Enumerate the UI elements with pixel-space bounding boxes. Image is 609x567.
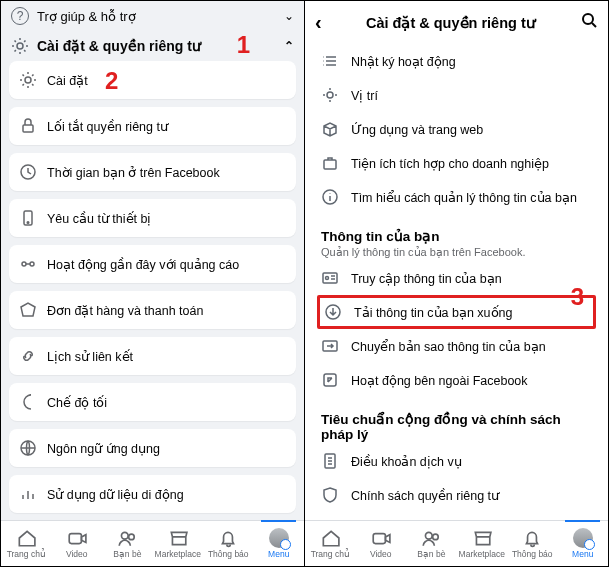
ad-icon xyxy=(19,255,37,273)
setting-row-box[interactable]: Ứng dụng và trang web xyxy=(309,112,604,146)
settings-item-globe[interactable]: Ngôn ngữ ứng dụng xyxy=(9,429,296,467)
chevron-down-icon: ⌄ xyxy=(284,9,294,23)
globe-icon xyxy=(19,439,37,457)
nav-menu[interactable]: Menu xyxy=(558,521,609,566)
clock-icon xyxy=(19,163,37,181)
nav-bell[interactable]: Thông báo xyxy=(507,521,558,566)
friends-icon xyxy=(421,528,441,548)
chevron-up-icon: ⌃ xyxy=(284,39,294,53)
row-label: Tìm hiểu cách quản lý thông tin của bạn xyxy=(351,190,577,205)
setting-row-pin[interactable]: Vị trí xyxy=(309,78,604,112)
setting-row-cookie[interactable]: Chính sách cookie xyxy=(309,512,604,520)
phone-icon xyxy=(19,209,37,227)
settings-item-ad[interactable]: Hoạt động gần đây với quảng cáo xyxy=(9,245,296,283)
nav-video[interactable]: Video xyxy=(52,521,103,566)
help-label: Trợ giúp & hỗ trợ xyxy=(37,9,136,24)
setting-row-list[interactable]: Nhật ký hoạt động xyxy=(309,44,604,78)
market-icon xyxy=(472,528,492,548)
menu-icon xyxy=(573,528,593,548)
list-icon xyxy=(321,52,339,70)
row-label: Chuyển bản sao thông tin của bạn xyxy=(351,339,546,354)
row-label: Nhật ký hoạt động xyxy=(351,54,456,69)
row-label: Hoạt động bên ngoài Facebook xyxy=(351,373,528,388)
data-icon xyxy=(19,485,37,503)
moon-icon xyxy=(19,393,37,411)
id-icon xyxy=(321,269,339,287)
nav-label: Bạn bè xyxy=(417,549,445,559)
setting-row-doc[interactable]: Điều khoản dịch vụ xyxy=(309,444,604,478)
settings-item-moon[interactable]: Chế độ tối xyxy=(9,383,296,421)
section-title: Thông tin của bạn xyxy=(321,228,592,244)
transfer-icon xyxy=(321,337,339,355)
setting-row-ext[interactable]: Hoạt động bên ngoài Facebook xyxy=(309,363,604,397)
item-label: Ngôn ngữ ứng dụng xyxy=(47,441,160,456)
nav-friends[interactable]: Bạn bè xyxy=(406,521,457,566)
gear-icon xyxy=(19,71,37,89)
market-icon xyxy=(168,528,188,548)
home-icon xyxy=(16,528,36,548)
nav-label: Thông báo xyxy=(208,549,249,559)
settings-item-phone[interactable]: Yêu cầu từ thiết bị xyxy=(9,199,296,237)
settings-list: Cài đặtLối tắt quyền riêng tưThời gian b… xyxy=(1,61,304,520)
settings-item-gear[interactable]: Cài đặt xyxy=(9,61,296,99)
item-label: Chế độ tối xyxy=(47,395,107,410)
nav-label: Thông báo xyxy=(512,549,553,559)
setting-row-transfer[interactable]: Chuyển bản sao thông tin của bạn xyxy=(309,329,604,363)
search-icon[interactable] xyxy=(580,11,598,34)
nav-market[interactable]: Marketplace xyxy=(153,521,204,566)
biz-icon xyxy=(321,154,339,172)
nav-friends[interactable]: Bạn bè xyxy=(102,521,153,566)
setting-row-biz[interactable]: Tiện ích tích hợp cho doanh nghiệp xyxy=(309,146,604,180)
nav-home[interactable]: Trang chủ xyxy=(1,521,52,566)
shield-icon xyxy=(321,486,339,504)
nav-video[interactable]: Video xyxy=(356,521,407,566)
row-label: Điều khoản dịch vụ xyxy=(351,454,462,469)
setting-row-id[interactable]: Truy cập thông tin của bạn xyxy=(309,261,604,295)
item-label: Lịch sử liên kết xyxy=(47,349,133,364)
settings-item-tag[interactable]: Đơn đặt hàng và thanh toán xyxy=(9,291,296,329)
video-icon xyxy=(67,528,87,548)
right-header: ‹ Cài đặt & quyền riêng tư xyxy=(305,1,608,44)
settings-item-lock[interactable]: Lối tắt quyền riêng tư xyxy=(9,107,296,145)
link-icon xyxy=(19,347,37,365)
row-label: Truy cập thông tin của bạn xyxy=(351,271,502,286)
page-title: Cài đặt & quyền riêng tư xyxy=(328,15,574,31)
row-label: Chính sách quyền riêng tư xyxy=(351,488,499,503)
bottom-nav-left: Trang chủVideoBạn bèMarketplaceThông báo… xyxy=(1,520,304,566)
ext-icon xyxy=(321,371,339,389)
item-label: Yêu cầu từ thiết bị xyxy=(47,211,151,226)
nav-label: Video xyxy=(66,549,88,559)
settings-item-link[interactable]: Lịch sử liên kết xyxy=(9,337,296,375)
settings-privacy-row[interactable]: Cài đặt & quyền riêng tư ⌃ xyxy=(1,31,304,61)
pin-icon xyxy=(321,86,339,104)
item-label: Hoạt động gần đây với quảng cáo xyxy=(47,257,239,272)
item-label: Thời gian bạn ở trên Facebook xyxy=(47,165,220,180)
help-icon: ? xyxy=(11,7,29,25)
back-icon[interactable]: ‹ xyxy=(315,11,322,34)
settings-item-data[interactable]: Sử dụng dữ liệu di động xyxy=(9,475,296,513)
nav-label: Bạn bè xyxy=(113,549,141,559)
bottom-nav-right: Trang chủVideoBạn bèMarketplaceThông báo… xyxy=(305,520,608,566)
bell-icon xyxy=(218,528,238,548)
section-policies: Tiêu chuẩn cộng đồng và chính sách pháp … xyxy=(309,405,604,444)
setting-row-info[interactable]: Tìm hiểu cách quản lý thông tin của bạn xyxy=(309,180,604,214)
right-list: Nhật ký hoạt độngVị tríỨng dụng và trang… xyxy=(305,44,608,520)
nav-menu[interactable]: Menu xyxy=(254,521,305,566)
nav-market[interactable]: Marketplace xyxy=(457,521,508,566)
help-support-row[interactable]: ? Trợ giúp & hỗ trợ ⌄ xyxy=(1,1,304,31)
nav-home[interactable]: Trang chủ xyxy=(305,521,356,566)
doc-icon xyxy=(321,452,339,470)
download-icon xyxy=(324,303,342,321)
video-icon xyxy=(371,528,391,548)
friends-icon xyxy=(117,528,137,548)
settings-item-clock[interactable]: Thời gian bạn ở trên Facebook xyxy=(9,153,296,191)
home-icon xyxy=(320,528,340,548)
avatar-icon xyxy=(573,528,593,548)
gear-icon xyxy=(11,37,29,55)
setting-row-download[interactable]: Tải thông tin của bạn xuống xyxy=(317,295,596,329)
row-label: Tiện ích tích hợp cho doanh nghiệp xyxy=(351,156,549,171)
setting-row-shield[interactable]: Chính sách quyền riêng tư xyxy=(309,478,604,512)
nav-bell[interactable]: Thông báo xyxy=(203,521,254,566)
row-label: Tải thông tin của bạn xuống xyxy=(354,305,512,320)
svg-point-25 xyxy=(583,14,593,24)
